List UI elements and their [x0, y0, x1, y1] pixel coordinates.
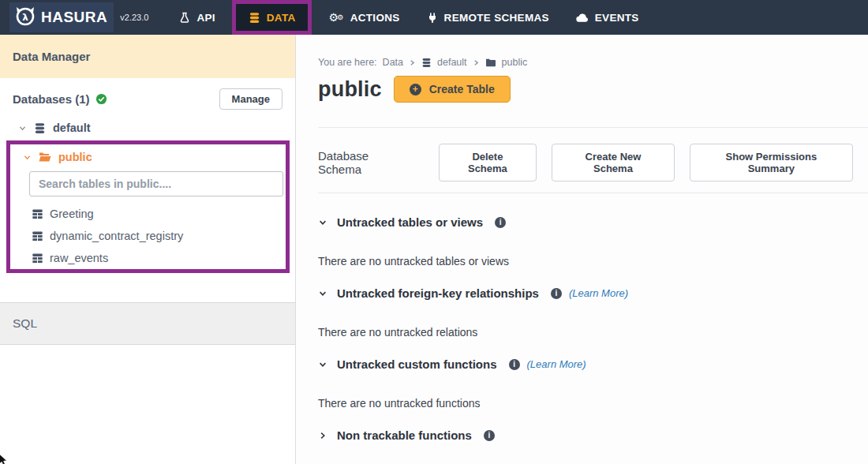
create-table-label: Create Table	[429, 83, 495, 95]
section-untracked-tables-header[interactable]: Untracked tables or views	[318, 215, 868, 229]
create-new-schema-button[interactable]: Create New Schema	[552, 144, 674, 181]
databases-row: Databases (1) Manage	[0, 78, 295, 118]
hasura-logo-icon: λ	[14, 5, 36, 30]
section-title: Untracked custom functions	[337, 357, 497, 371]
section-title: Untracked tables or views	[337, 215, 483, 229]
chevron-down-icon	[18, 124, 27, 133]
nav-item-events[interactable]: EVENTS	[563, 0, 653, 35]
search-tables-input[interactable]	[29, 171, 283, 196]
chevron-down-icon	[23, 153, 32, 162]
svg-text:λ: λ	[22, 12, 28, 23]
page-title: public	[318, 77, 382, 102]
section-untracked-fk-header[interactable]: Untracked foreign-key relationships (Lea…	[318, 286, 868, 300]
database-schema-row: Database Schema Delete Schema Create New…	[318, 144, 868, 181]
databases-label-group: Databases (1)	[13, 92, 107, 106]
breadcrumb-item-default[interactable]: default	[437, 57, 467, 68]
breadcrumb: You are here: Data default public	[318, 57, 868, 68]
main-content: You are here: Data default public public…	[296, 35, 868, 464]
version-label: v2.23.0	[120, 13, 148, 22]
cloud-icon	[576, 13, 589, 23]
nav-item-remote-schemas[interactable]: REMOTE SCHEMAS	[413, 0, 563, 35]
sidebar-item-sql[interactable]: SQL	[0, 302, 295, 345]
section-non-trackable-functions-header[interactable]: Non trackable functions	[318, 428, 868, 442]
table-icon	[32, 253, 43, 264]
hasura-logo-tile: λ HASURA	[9, 2, 114, 32]
table-name-label: Greeting	[50, 208, 94, 220]
databases-count-label: Databases (1)	[13, 92, 90, 106]
info-icon[interactable]	[495, 217, 506, 228]
database-schema-label: Database Schema	[318, 149, 412, 176]
chevron-right-icon	[473, 59, 480, 66]
schema-name-label: public	[58, 151, 92, 163]
learn-more-link[interactable]: (Learn More)	[527, 358, 586, 370]
nav-item-label: ACTIONS	[350, 12, 400, 24]
database-icon	[34, 122, 46, 134]
chevron-down-icon	[318, 360, 327, 369]
breadcrumb-item-data[interactable]: Data	[383, 57, 403, 68]
folder-open-icon	[39, 152, 51, 163]
database-name-label: default	[53, 122, 91, 134]
plus-circle-icon	[410, 84, 421, 95]
chevron-right-icon	[318, 431, 327, 440]
nav-item-label: DATA	[267, 12, 296, 24]
table-name-label: dynamic_contract_registry	[50, 230, 183, 242]
delete-schema-button[interactable]: Delete Schema	[439, 144, 537, 181]
nav-item-label: API	[196, 12, 215, 24]
section-untracked-functions-header[interactable]: Untracked custom functions (Learn More)	[318, 357, 868, 371]
breadcrumb-prefix: You are here:	[318, 57, 377, 68]
top-navbar: λ HASURA v2.23.0 API DATA ⚙⚙ ACTIONS	[0, 0, 868, 35]
table-name-label: raw_events	[50, 252, 108, 264]
data-sidebar: Data Manager Databases (1) Manage defaul…	[0, 35, 296, 464]
info-icon[interactable]	[551, 288, 562, 299]
show-permissions-summary-button[interactable]: Show Permissions Summary	[690, 144, 853, 181]
untracked-functions-empty-text: There are no untracked functions	[318, 397, 868, 410]
table-icon	[32, 230, 43, 241]
learn-more-link[interactable]: (Learn More)	[569, 287, 628, 299]
sidebar-item-schema-public[interactable]: public	[10, 147, 286, 167]
chevron-down-icon	[318, 289, 327, 298]
nav-item-data[interactable]: DATA	[236, 4, 309, 31]
sidebar-item-table-dynamic-contract-registry[interactable]: dynamic_contract_registry	[10, 225, 286, 247]
divider	[318, 193, 868, 193]
untracked-tables-empty-text: There are no untracked tables or views	[318, 255, 868, 268]
nav-items: API DATA ⚙⚙ ACTIONS REMOTE SCHEMAS	[166, 0, 652, 35]
nav-item-api[interactable]: API	[166, 0, 228, 35]
gears-icon: ⚙⚙	[328, 12, 343, 23]
info-icon[interactable]	[484, 430, 495, 441]
chevron-right-icon	[409, 59, 416, 66]
data-manager-header: Data Manager	[0, 35, 295, 78]
flask-icon	[179, 12, 190, 24]
breadcrumb-item-public[interactable]: public	[502, 57, 528, 68]
section-title: Non trackable functions	[337, 428, 472, 442]
chevron-down-icon	[318, 218, 327, 227]
database-icon	[249, 12, 260, 24]
annotation-box-data-tab: DATA	[232, 0, 312, 35]
manage-button[interactable]: Manage	[219, 88, 282, 110]
database-icon	[421, 58, 432, 68]
hasura-logo[interactable]: λ HASURA v2.23.0	[9, 2, 148, 32]
divider	[318, 127, 868, 128]
nav-item-actions[interactable]: ⚙⚙ ACTIONS	[315, 0, 413, 35]
sidebar-item-database-default[interactable]: default	[0, 118, 295, 138]
title-row: public Create Table	[318, 76, 868, 103]
plug-icon	[427, 12, 438, 24]
sidebar-item-table-greeting[interactable]: Greeting	[10, 203, 286, 225]
sidebar-item-table-raw-events[interactable]: raw_events	[10, 247, 286, 269]
nav-item-label: EVENTS	[595, 12, 639, 24]
info-icon[interactable]	[509, 359, 520, 370]
create-table-button[interactable]: Create Table	[394, 76, 511, 103]
mouse-cursor	[0, 454, 9, 464]
logo-wordmark: HASURA	[41, 9, 107, 26]
untracked-relations-empty-text: There are no untracked relations	[318, 326, 868, 339]
connected-check-icon	[95, 93, 107, 105]
folder-icon	[485, 58, 496, 67]
table-icon	[32, 208, 43, 219]
annotation-box-public-schema: public Greeting dynamic_contract_registr…	[6, 140, 290, 273]
nav-item-label: REMOTE SCHEMAS	[444, 12, 549, 24]
section-title: Untracked foreign-key relationships	[337, 286, 539, 300]
